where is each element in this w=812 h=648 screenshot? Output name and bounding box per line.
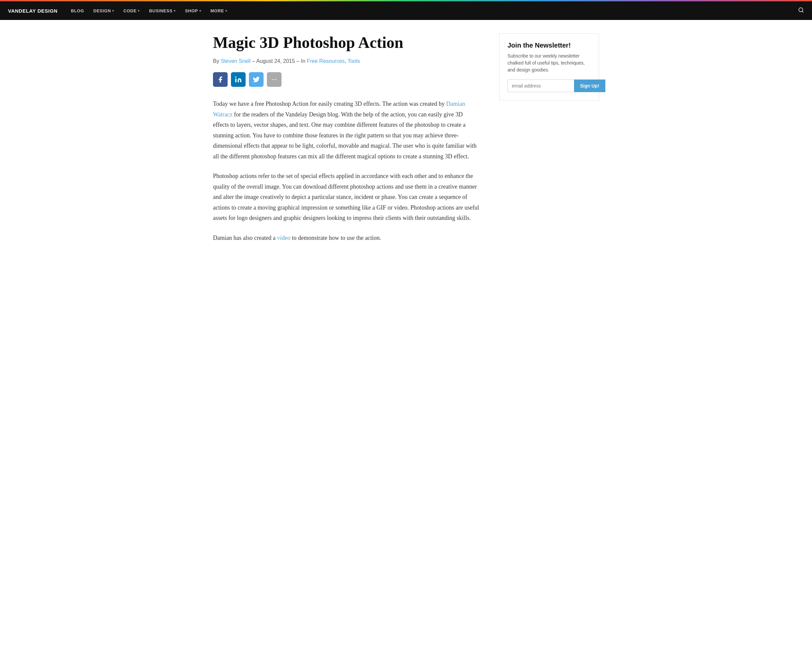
svg-point-3 (274, 79, 275, 80)
page-wrapper: Magic 3D Photoshop Action By Steven Snel… (203, 20, 609, 266)
category-tools[interactable]: Tools (347, 58, 360, 64)
navigation: VANDELAY DESIGN BLOG DESIGN▾ CODE▾ BUSIN… (0, 2, 812, 20)
chevron-down-icon: ▾ (199, 9, 201, 13)
linkedin-share-button[interactable] (231, 72, 246, 87)
meta-prefix: By (213, 58, 219, 64)
damian-watracz-link[interactable]: Damian Watracz (213, 101, 465, 118)
meta-in: In (301, 58, 305, 64)
svg-line-1 (802, 11, 803, 12)
email-input[interactable] (508, 79, 574, 92)
nav-shop[interactable]: SHOP▾ (185, 8, 201, 13)
article-title: Magic 3D Photoshop Action (213, 33, 479, 52)
category-free-resources[interactable]: Free Resources (307, 58, 345, 64)
paragraph-2: Photoshop actions refer to the set of sp… (213, 171, 479, 224)
social-icons (213, 72, 479, 87)
svg-point-2 (276, 79, 276, 80)
search-icon[interactable] (798, 7, 804, 14)
chevron-down-icon: ▾ (112, 9, 114, 13)
newsletter-form: Sign Up! (508, 79, 591, 92)
video-link[interactable]: video (277, 235, 290, 241)
nav-business[interactable]: BUSINESS▾ (149, 8, 176, 13)
nav-code[interactable]: CODE▾ (124, 8, 140, 13)
article-meta: By Steven Snell – August 24, 2015 – In F… (213, 58, 479, 64)
paragraph-3: Damian has also created a video to demon… (213, 233, 479, 244)
svg-point-4 (272, 79, 273, 80)
signup-button[interactable]: Sign Up! (574, 79, 605, 92)
sidebar: Join the Newsletter! Subscribe to our we… (499, 33, 599, 253)
more-share-button[interactable] (267, 72, 282, 87)
nav-more[interactable]: MORE▾ (210, 8, 227, 13)
article-body: Today we have a free Photoshop Action fo… (213, 99, 479, 243)
chevron-down-icon: ▾ (174, 9, 176, 13)
nav-design[interactable]: DESIGN▾ (93, 8, 114, 13)
twitter-share-button[interactable] (249, 72, 264, 87)
facebook-share-button[interactable] (213, 72, 227, 87)
newsletter-title: Join the Newsletter! (508, 41, 591, 49)
newsletter-description: Subscribe to our weekly newsletter chalk… (508, 53, 591, 73)
paragraph-1: Today we have a free Photoshop Action fo… (213, 99, 479, 162)
main-content: Magic 3D Photoshop Action By Steven Snel… (213, 33, 479, 253)
nav-links: BLOG DESIGN▾ CODE▾ BUSINESS▾ SHOP▾ MORE▾ (71, 8, 798, 13)
nav-blog[interactable]: BLOG (71, 8, 84, 13)
site-brand[interactable]: VANDELAY DESIGN (8, 8, 58, 14)
author-link[interactable]: Steven Snell (221, 58, 250, 64)
newsletter-widget: Join the Newsletter! Subscribe to our we… (499, 33, 599, 101)
chevron-down-icon: ▾ (225, 9, 227, 13)
chevron-down-icon: ▾ (138, 9, 140, 13)
